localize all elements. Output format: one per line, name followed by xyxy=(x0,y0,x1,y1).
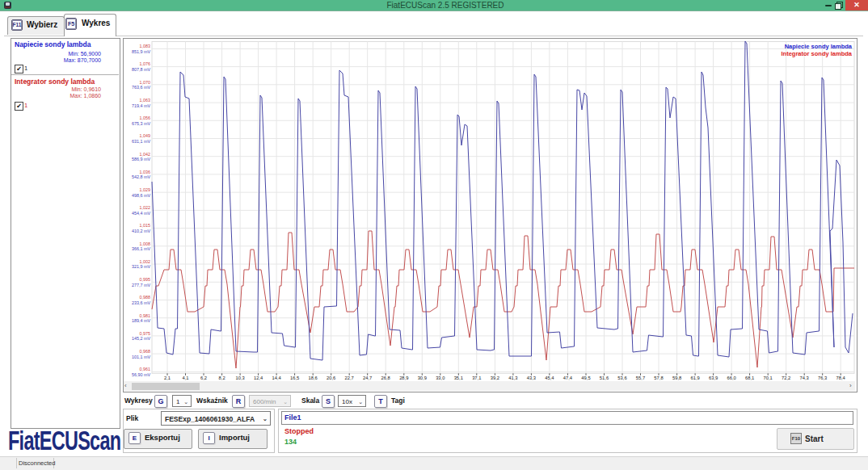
svg-text:43,3: 43,3 xyxy=(527,376,536,380)
svg-text:0,961: 0,961 xyxy=(140,367,151,371)
svg-text:763,6 mV: 763,6 mV xyxy=(132,85,150,90)
svg-text:6,2: 6,2 xyxy=(200,376,207,380)
svg-text:0,975: 0,975 xyxy=(140,331,151,336)
svg-text:37,1: 37,1 xyxy=(472,376,481,380)
svg-text:61,9: 61,9 xyxy=(690,376,699,380)
svg-text:49,5: 49,5 xyxy=(581,376,590,380)
svg-text:57,8: 57,8 xyxy=(654,376,663,380)
svg-text:78,4: 78,4 xyxy=(836,376,846,380)
svg-text:26,8: 26,8 xyxy=(381,376,390,380)
svg-text:542,8 mV: 542,8 mV xyxy=(132,174,150,179)
svg-text:1,036: 1,036 xyxy=(140,170,151,174)
svg-text:18,6: 18,6 xyxy=(309,376,318,380)
svg-text:277,7 mV: 277,7 mV xyxy=(132,283,150,287)
svg-text:66,0: 66,0 xyxy=(727,376,735,380)
svg-text:4,1: 4,1 xyxy=(182,376,188,380)
svg-text:56,90 mV: 56,90 mV xyxy=(132,372,150,377)
svg-text:59,8: 59,8 xyxy=(672,376,681,380)
svg-text:68,1: 68,1 xyxy=(745,376,754,380)
svg-text:675,3 mV: 675,3 mV xyxy=(132,121,150,126)
svg-text:1,008: 1,008 xyxy=(140,241,151,246)
svg-text:8,2: 8,2 xyxy=(219,376,225,380)
svg-text:16,5: 16,5 xyxy=(290,376,299,380)
svg-text:1,056: 1,056 xyxy=(140,115,151,120)
svg-text:631,1 mV: 631,1 mV xyxy=(132,139,150,144)
svg-text:189,4 mV: 189,4 mV xyxy=(132,318,150,323)
svg-text:321,9 mV: 321,9 mV xyxy=(132,264,150,269)
svg-text:10,3: 10,3 xyxy=(235,376,244,380)
svg-text:1,076: 1,076 xyxy=(140,61,151,66)
svg-text:807,8 mV: 807,8 mV xyxy=(132,67,150,72)
svg-text:53,6: 53,6 xyxy=(617,376,626,380)
svg-text:719,4 mV: 719,4 mV xyxy=(132,103,150,108)
svg-text:1,049: 1,049 xyxy=(140,133,151,138)
svg-text:1,083: 1,083 xyxy=(140,44,151,48)
svg-text:233,6 mV: 233,6 mV xyxy=(132,300,150,305)
svg-text:1,002: 1,002 xyxy=(140,259,151,264)
svg-text:45,4: 45,4 xyxy=(545,376,554,380)
svg-text:101,1 mV: 101,1 mV xyxy=(132,355,150,359)
svg-text:1,015: 1,015 xyxy=(140,223,151,228)
svg-text:366,1 mV: 366,1 mV xyxy=(132,246,150,251)
svg-text:72,2: 72,2 xyxy=(782,376,790,380)
svg-text:28,9: 28,9 xyxy=(399,376,408,380)
svg-text:0,968: 0,968 xyxy=(140,349,151,354)
svg-text:74,3: 74,3 xyxy=(800,376,809,380)
svg-text:63,9: 63,9 xyxy=(709,376,718,380)
svg-text:Integrator sondy lambda: Integrator sondy lambda xyxy=(781,50,852,57)
svg-text:20,6: 20,6 xyxy=(327,376,335,380)
svg-text:33,0: 33,0 xyxy=(436,376,445,380)
svg-text:41,3: 41,3 xyxy=(508,376,517,380)
svg-text:76,3: 76,3 xyxy=(818,376,827,380)
svg-text:1,070: 1,070 xyxy=(140,80,151,85)
svg-text:51,6: 51,6 xyxy=(600,376,609,380)
svg-text:145,2 mV: 145,2 mV xyxy=(132,336,150,341)
svg-text:35,1: 35,1 xyxy=(454,376,463,380)
svg-text:24,7: 24,7 xyxy=(363,376,372,380)
svg-text:1,029: 1,029 xyxy=(140,187,151,192)
svg-text:30,9: 30,9 xyxy=(418,376,427,380)
svg-text:2,1: 2,1 xyxy=(164,376,171,380)
svg-text:70,1: 70,1 xyxy=(764,376,773,380)
svg-text:1,063: 1,063 xyxy=(140,98,151,103)
svg-text:39,2: 39,2 xyxy=(491,376,499,380)
svg-text:454,4 mV: 454,4 mV xyxy=(132,211,150,216)
svg-text:14,4: 14,4 xyxy=(272,376,281,380)
svg-text:22,7: 22,7 xyxy=(345,376,354,380)
svg-text:0,988: 0,988 xyxy=(140,295,151,300)
svg-text:498,6 mV: 498,6 mV xyxy=(132,193,150,198)
svg-text:47,4: 47,4 xyxy=(563,376,573,380)
svg-text:1,042: 1,042 xyxy=(140,152,151,157)
svg-text:586,9 mV: 586,9 mV xyxy=(132,157,150,162)
svg-text:12,4: 12,4 xyxy=(254,376,263,380)
svg-text:55,7: 55,7 xyxy=(636,376,645,380)
svg-text:0,995: 0,995 xyxy=(140,277,151,282)
svg-text:851,9 mV: 851,9 mV xyxy=(132,49,150,54)
svg-text:0,981: 0,981 xyxy=(140,313,151,318)
svg-text:410,2 mV: 410,2 mV xyxy=(132,229,150,233)
svg-text:1,022: 1,022 xyxy=(140,205,151,210)
